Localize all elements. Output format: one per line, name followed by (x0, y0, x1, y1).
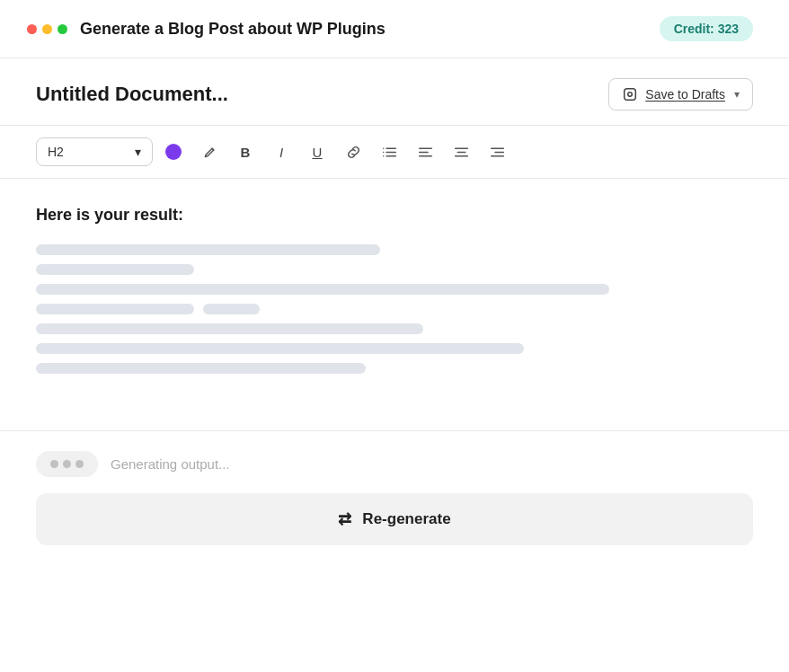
skeleton-line (36, 363, 366, 374)
underline-icon: U (313, 145, 323, 160)
heading-select[interactable]: H2 ▾ (36, 137, 153, 166)
save-icon (622, 86, 638, 102)
doc-header: Untitled Document... Save to Drafts ▾ (0, 58, 789, 126)
heading-value: H2 (48, 145, 64, 159)
highlight-button[interactable] (194, 137, 225, 167)
chevron-down-icon: ▾ (734, 88, 740, 101)
toolbar: H2 ▾ B I U (0, 126, 789, 179)
generating-text: Generating output... (111, 456, 230, 472)
align-left-icon (418, 145, 433, 160)
align-right-icon (490, 145, 505, 160)
bottom-panel: Generating output... ⇄ Re-generate (0, 430, 789, 563)
list-icon (382, 145, 397, 160)
dot-green (58, 24, 67, 34)
credit-badge: Credit: 323 (660, 16, 753, 41)
skeleton-line (203, 304, 261, 314)
loader-dot-3 (75, 460, 84, 468)
page-title: Generate a Blog Post about WP Plugins (80, 20, 386, 39)
top-bar: Generate a Blog Post about WP Plugins Cr… (0, 0, 789, 58)
skeleton-line (36, 244, 380, 255)
doc-title: Untitled Document... (36, 83, 228, 106)
svg-rect-0 (625, 89, 636, 101)
svg-point-1 (628, 93, 633, 97)
align-right-button[interactable] (482, 137, 512, 167)
loader-dot-2 (63, 460, 71, 468)
result-heading: Here is your result: (36, 206, 753, 225)
dot-red (27, 24, 37, 34)
skeleton-lines (36, 244, 753, 374)
align-center-button[interactable] (446, 137, 476, 167)
skeleton-line-row (36, 304, 753, 314)
heading-chevron-icon: ▾ (135, 145, 141, 159)
skeleton-line (36, 264, 194, 275)
link-button[interactable] (338, 137, 368, 167)
generating-row: Generating output... (36, 451, 753, 477)
link-icon (346, 145, 361, 160)
bold-icon: B (241, 145, 251, 160)
regenerate-label: Re-generate (362, 510, 450, 528)
arrows-icon: ⇄ (338, 509, 351, 529)
top-bar-left: Generate a Blog Post about WP Plugins (27, 20, 386, 39)
align-left-button[interactable] (410, 137, 440, 167)
highlighter-icon (202, 145, 217, 160)
color-picker-button[interactable] (158, 137, 189, 167)
skeleton-line (36, 304, 194, 314)
save-to-drafts-button[interactable]: Save to Drafts ▾ (608, 78, 753, 111)
skeleton-line (36, 323, 423, 334)
italic-button[interactable]: I (266, 137, 297, 167)
dot-yellow (42, 24, 52, 34)
bold-button[interactable]: B (230, 137, 261, 167)
loader-dot-1 (50, 460, 58, 468)
save-drafts-label: Save to Drafts (645, 87, 725, 102)
list-button[interactable] (374, 137, 404, 167)
regenerate-button[interactable]: ⇄ Re-generate (36, 493, 753, 545)
color-dot (165, 144, 182, 160)
traffic-lights (27, 24, 67, 34)
editor-area[interactable]: Here is your result: (0, 179, 789, 430)
align-center-icon (454, 145, 469, 160)
dots-loader (36, 451, 98, 477)
skeleton-line (36, 343, 524, 354)
skeleton-line (36, 284, 609, 295)
underline-button[interactable]: U (302, 137, 332, 167)
italic-icon: I (279, 145, 283, 160)
